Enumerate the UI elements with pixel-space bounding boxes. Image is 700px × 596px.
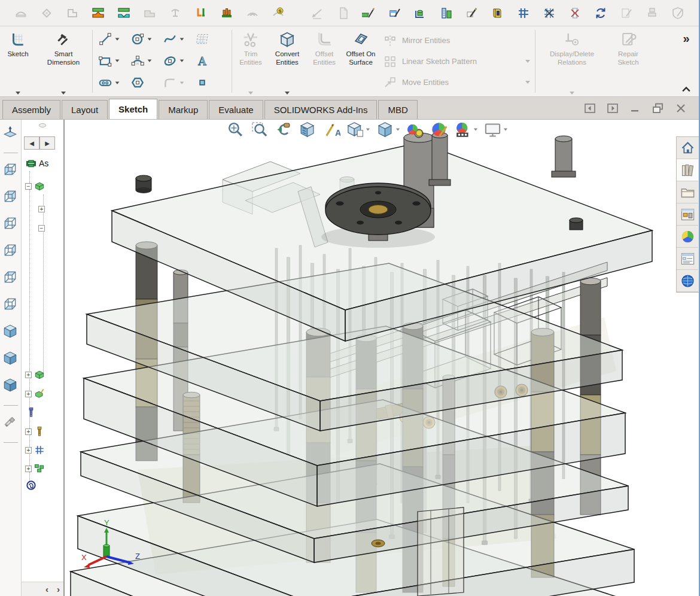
minimize-button[interactable] (628, 101, 643, 115)
tree-expand-plus[interactable]: + (38, 206, 45, 212)
tree-row[interactable]: − (38, 221, 45, 235)
zoom-to-area-button[interactable] (250, 120, 269, 139)
view-left-button[interactable] (2, 215, 19, 232)
display-style-dropdown-arrow[interactable] (396, 129, 400, 131)
normal-to-button[interactable] (2, 124, 19, 141)
fillet-tool-button[interactable] (162, 75, 194, 90)
tree-expand-plus[interactable]: + (25, 447, 32, 454)
trim-entities-button[interactable]: Trim Entities (233, 26, 268, 96)
shut-off-surfaces-button[interactable] (219, 5, 235, 21)
arc-dropdown-arrow[interactable] (148, 59, 152, 62)
view-dimetric-button[interactable] (2, 350, 19, 367)
zoom-to-fit-button[interactable] (226, 120, 245, 139)
undercut-gray-button[interactable] (245, 5, 260, 21)
scroll-right-icon[interactable]: › (57, 585, 60, 594)
tree-expand-minus[interactable]: − (25, 183, 32, 190)
tab-layout[interactable]: Layout (62, 100, 108, 119)
pattern-grid-button[interactable] (516, 5, 531, 21)
custom-properties-tab[interactable] (677, 248, 698, 270)
tree-pane-previous-button[interactable]: ◀ (24, 136, 39, 150)
edit-appearance-button[interactable] (430, 120, 448, 139)
eraser-pencil-button[interactable] (361, 5, 377, 21)
tree-row[interactable]: − (25, 180, 45, 193)
measure-button[interactable] (439, 5, 454, 21)
tab-sketch[interactable]: Sketch (109, 99, 157, 119)
section-view-button[interactable] (298, 120, 316, 139)
tab-solidworks-add-ins[interactable]: SOLIDWORKS Add-Ins (264, 100, 378, 119)
tree-horizontal-scrollbar[interactable]: ‹ › (22, 582, 63, 596)
flashlight-button[interactable] (2, 414, 19, 431)
design-binder-button[interactable] (490, 5, 506, 21)
circle-dropdown-arrow[interactable] (148, 38, 152, 40)
ellipse-dropdown-arrow[interactable] (180, 59, 184, 62)
side-core-gray-button[interactable] (142, 5, 157, 21)
graphics-viewport[interactable]: A XYZ (66, 120, 699, 596)
line-tool-button[interactable] (98, 31, 130, 47)
smart-dimension-dropdown-arrow[interactable] (61, 92, 66, 95)
spline-dropdown-arrow[interactable] (180, 38, 184, 40)
tree-expand-plus[interactable]: + (25, 466, 32, 472)
sketch-dropdown-arrow[interactable] (16, 92, 20, 95)
convert-entities-button[interactable]: Convert Entities (268, 26, 306, 96)
smart-dimension-button[interactable]: Smart Dimension (36, 26, 91, 96)
ribbon-overflow-button[interactable]: » (683, 32, 689, 44)
arc-tool-button[interactable] (130, 53, 162, 69)
split-line-button[interactable]: S (270, 5, 286, 21)
erase-gray-button[interactable] (696, 5, 700, 21)
line-dropdown-arrow[interactable] (115, 38, 120, 40)
edit-component-button[interactable] (387, 5, 403, 21)
tree-expand-plus[interactable]: + (25, 391, 32, 397)
lifter-gray-button[interactable] (168, 5, 183, 21)
text-tool-button[interactable]: A (194, 53, 227, 69)
view-right-button[interactable] (2, 242, 19, 259)
sketch-gray-button[interactable] (310, 5, 325, 21)
home-tab[interactable] (677, 137, 698, 159)
view-settings-dropdown-arrow[interactable] (504, 129, 507, 131)
tree-expand-plus[interactable]: + (25, 428, 32, 435)
tree-row[interactable]: + (25, 425, 45, 438)
rebuild-button[interactable] (593, 5, 608, 21)
verify-gray-button[interactable] (670, 5, 686, 21)
pane-previous-button[interactable] (583, 101, 597, 115)
scale-button[interactable] (193, 5, 209, 21)
linear-sketch-pattern-button[interactable]: Linear Sketch Pattern (383, 52, 530, 71)
circle-tool-button[interactable] (130, 31, 162, 47)
tree-row[interactable]: + (25, 368, 45, 381)
pane-next-button[interactable] (605, 101, 620, 115)
tab-mbd[interactable]: MBD (378, 100, 417, 119)
panel-grip[interactable] (39, 123, 46, 127)
tree-expand-plus[interactable]: + (25, 372, 32, 378)
design-library-tab[interactable] (677, 159, 698, 181)
explode-sketch-button[interactable] (541, 5, 557, 21)
display-delete-relations-dropdown-arrow[interactable] (570, 92, 574, 95)
polygon-tool-button[interactable] (130, 75, 162, 90)
spline-tool-button[interactable] (162, 31, 194, 47)
offset-on-surface-button[interactable]: Offset On Surface (342, 26, 379, 96)
view-isometric-button[interactable] (2, 323, 19, 340)
sketch-tool-button[interactable]: Sketch (0, 26, 36, 96)
tab-assembly[interactable]: Assembly (2, 100, 60, 119)
view-orientation-dropdown-arrow[interactable] (366, 129, 370, 131)
mold-assembly-model[interactable] (66, 120, 699, 596)
tree-expand-minus[interactable]: − (38, 225, 45, 232)
sketch-picture-tool-button[interactable] (194, 31, 227, 47)
apply-scene-dropdown-arrow[interactable] (474, 129, 477, 131)
mold-base-gray-button[interactable] (65, 5, 80, 21)
annotation-views-button[interactable]: A (322, 120, 340, 139)
tab-markup[interactable]: Markup (159, 100, 208, 119)
slot-dropdown-arrow[interactable] (115, 81, 120, 84)
hide-show-items-button[interactable] (406, 120, 424, 139)
tree-pane-next-button[interactable]: ▶ (39, 136, 55, 150)
tab-evaluate[interactable]: Evaluate (209, 100, 263, 119)
forum-tab[interactable] (677, 270, 698, 292)
document-gray-button[interactable] (336, 5, 351, 21)
stamp-gray-button[interactable] (644, 5, 660, 21)
linear-sketch-pattern-dropdown-arrow[interactable] (525, 60, 530, 63)
tree-row[interactable]: + (25, 462, 45, 475)
mold-split-gray-button[interactable] (13, 5, 29, 21)
file-explorer-tab[interactable] (677, 181, 698, 203)
core-button[interactable] (90, 5, 106, 21)
ribbon-collapse-button[interactable] (680, 83, 692, 92)
trim-entities-dropdown-arrow[interactable] (248, 92, 253, 95)
close-button[interactable] (674, 101, 688, 115)
